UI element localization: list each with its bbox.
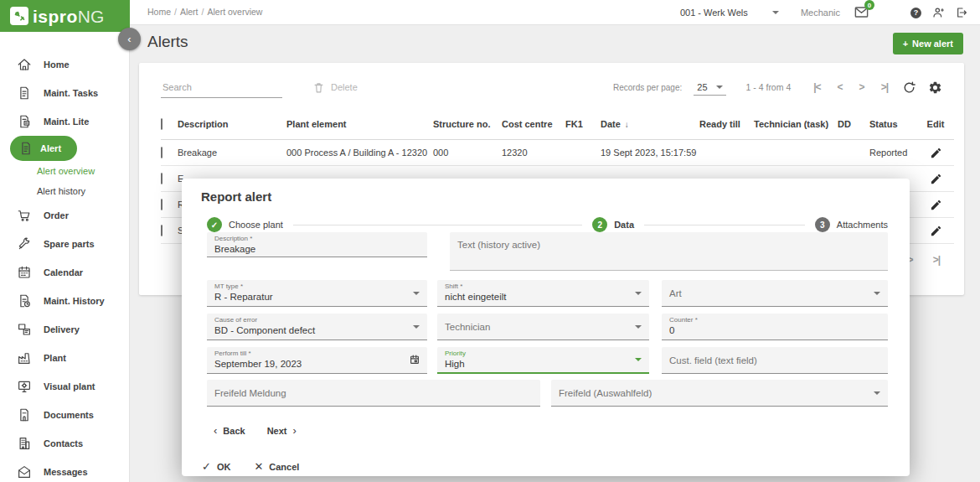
edit-pencil-icon[interactable]: [930, 173, 942, 185]
prev-page-button[interactable]: <: [835, 81, 845, 93]
pagination-controls: Records per page: 25 1 - 4 from 4 |< < >…: [613, 80, 942, 96]
col-status[interactable]: Status: [869, 119, 917, 129]
step-choose-plant[interactable]: ✓ Choose plant: [207, 217, 283, 232]
technician-dropdown[interactable]: Technician: [437, 314, 649, 340]
description-field[interactable]: Description * Breakage: [207, 232, 427, 257]
sidebar-item-home[interactable]: Home: [0, 50, 129, 79]
sidebar-collapse-button[interactable]: ‹: [118, 28, 141, 50]
chevron-right-icon: ›: [292, 424, 296, 437]
sidebar-item-alert-history[interactable]: Alert history: [0, 181, 129, 201]
perform-till-datepicker[interactable]: Perform till * September 19, 2023: [207, 347, 427, 374]
sidebar-item-plant[interactable]: Plant: [0, 344, 129, 372]
sidebar-item-label: Contacts: [44, 438, 83, 448]
delete-button[interactable]: Delete: [312, 81, 358, 94]
gear-icon[interactable]: [928, 80, 942, 95]
sidebar-item-label: Home: [44, 60, 70, 70]
sidebar-item-calendar[interactable]: Calendar: [0, 258, 129, 287]
row-checkbox[interactable]: [161, 199, 162, 210]
wizard-stepper: ✓ Choose plant 2 Data 3 Attachments: [207, 217, 888, 232]
table-row[interactable]: Breakage 000 Process A / Building A - 12…: [161, 140, 954, 166]
step-attachments[interactable]: 3 Attachments: [815, 217, 888, 232]
stepper-connector: [293, 225, 582, 225]
sidebar-item-delivery[interactable]: Delivery: [0, 315, 129, 344]
user-admin-icon[interactable]: [931, 6, 945, 19]
sidebar-item-order[interactable]: Order: [0, 201, 129, 230]
monitor-icon: [17, 379, 32, 394]
custom-text-field[interactable]: Cust. field (text field): [662, 347, 888, 374]
sidebar-item-messages[interactable]: Messages: [0, 458, 129, 482]
sidebar-item-alert-overview[interactable]: Alert overview: [0, 161, 129, 181]
breadcrumb-home[interactable]: Home: [147, 7, 171, 17]
plant-selector-value: 001 - Werk Wels: [680, 8, 748, 18]
sidebar-item-spare-parts[interactable]: Spare parts: [0, 230, 129, 258]
edit-pencil-icon[interactable]: [930, 225, 942, 237]
topbar-right-cluster: 001 - Werk Wels Mechanic 0 ?: [680, 0, 968, 25]
cause-of-error-dropdown[interactable]: Cause of error BD - Component defect: [207, 314, 427, 340]
back-button[interactable]: ‹ Back: [214, 424, 245, 437]
sidebar-item-label: Documents: [44, 410, 94, 420]
search-input[interactable]: [161, 77, 282, 98]
breadcrumb-alert-overview[interactable]: Alert overview: [207, 7, 262, 17]
field-placeholder: Freifeld Meldung: [214, 387, 286, 399]
col-dd[interactable]: DD: [838, 119, 869, 129]
messages-button[interactable]: 0: [854, 4, 870, 21]
row-checkbox[interactable]: [161, 147, 162, 158]
breadcrumb: Home/Alert/Alert overview: [147, 7, 262, 17]
col-plant-element[interactable]: Plant element: [286, 119, 433, 129]
freifeld-auswahl-dropdown[interactable]: Freifeld (Auswahlfeld): [551, 380, 888, 407]
counter-field[interactable]: Counter * 0: [662, 314, 888, 340]
sidebar-item-documents[interactable]: Documents: [0, 401, 129, 429]
col-structure-no[interactable]: Structure no.: [433, 119, 502, 129]
records-per-page-dropdown[interactable]: 25: [694, 80, 725, 96]
next-button[interactable]: Next ›: [267, 424, 297, 437]
chevron-down-icon: [413, 325, 420, 329]
row-checkbox[interactable]: [161, 173, 162, 184]
field-label: MT type *: [214, 282, 420, 291]
shift-dropdown[interactable]: Shift * nicht eingeteilt: [437, 280, 649, 307]
row-checkbox[interactable]: [161, 225, 162, 236]
edit-pencil-icon[interactable]: [930, 147, 942, 159]
step-data[interactable]: 2 Data: [592, 217, 634, 232]
breadcrumb-alert[interactable]: Alert: [180, 7, 199, 17]
cell-plant-element: 000 Process A / Building A - 12320: [286, 148, 433, 158]
next-page-button[interactable]: >: [857, 81, 867, 93]
first-page-button[interactable]: |<: [811, 81, 823, 93]
col-fk1[interactable]: FK1: [565, 119, 601, 129]
art-dropdown[interactable]: Art: [662, 280, 888, 307]
field-value: 0: [669, 324, 880, 336]
help-icon[interactable]: ?: [910, 8, 921, 18]
tools-icon: [10, 7, 28, 25]
calendar-icon[interactable]: [409, 354, 420, 365]
alert-doc-icon: [18, 141, 34, 156]
text-history-field[interactable]: Text (history active): [450, 232, 888, 271]
sidebar-item-visual-plant[interactable]: Visual plant: [0, 372, 129, 401]
select-all-checkbox[interactable]: [161, 118, 162, 130]
col-ready-till[interactable]: Ready till: [699, 119, 754, 129]
chevron-down-icon: [874, 391, 880, 395]
logout-icon[interactable]: [955, 6, 968, 19]
sidebar-item-maint-lite[interactable]: Maint. Lite: [0, 107, 129, 136]
field-value: September 19, 2023: [214, 358, 420, 370]
edit-pencil-icon[interactable]: [930, 199, 942, 211]
ok-button[interactable]: ✓ OK: [202, 460, 230, 473]
col-description[interactable]: Description: [178, 119, 286, 129]
last-page-button[interactable]: >|: [879, 81, 890, 93]
sidebar-item-maint-history[interactable]: Maint. History: [0, 287, 129, 315]
mt-type-dropdown[interactable]: MT type * R - Reparatur: [207, 280, 427, 307]
sidebar-item-contacts[interactable]: Contacts: [0, 429, 129, 458]
freifeld-meldung-field[interactable]: Freifeld Meldung: [207, 380, 540, 407]
last-page-button[interactable]: >|: [931, 254, 942, 266]
plant-selector-dropdown[interactable]: 001 - Werk Wels: [680, 8, 779, 18]
field-value: High: [445, 358, 642, 370]
app-logo[interactable]: ispro NG: [0, 0, 130, 32]
sidebar-item-maint-tasks[interactable]: Maint. Tasks: [0, 79, 129, 107]
priority-dropdown[interactable]: Priority High: [437, 347, 649, 374]
col-date[interactable]: Date↓: [601, 119, 699, 129]
cancel-button[interactable]: ✕ Cancel: [254, 460, 299, 473]
col-technician[interactable]: Technician (task): [754, 119, 838, 129]
col-cost-centre[interactable]: Cost centre: [502, 119, 565, 129]
sidebar-item-alert[interactable]: Alert: [10, 136, 77, 161]
refresh-icon[interactable]: [902, 80, 916, 95]
chevron-down-icon: [716, 86, 723, 89]
new-alert-button[interactable]: + New alert: [893, 33, 963, 54]
